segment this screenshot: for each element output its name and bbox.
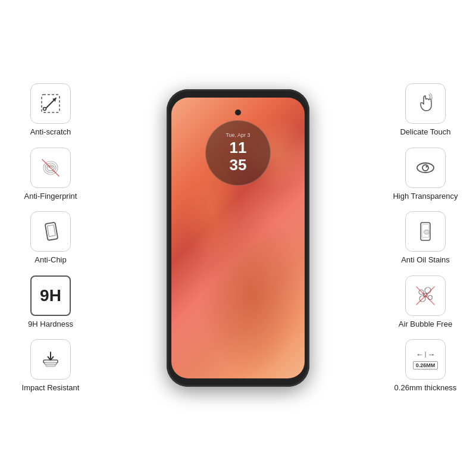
svg-rect-5: [45, 223, 58, 241]
svg-rect-9: [46, 364, 55, 367]
svg-line-4: [42, 159, 59, 176]
impact-icon-box: [30, 339, 71, 380]
delicate-touch-icon-box: [405, 83, 446, 124]
hardness-label: 9H Hardness: [28, 320, 73, 329]
delicate-touch-label: Delicate Touch: [400, 127, 450, 137]
anti-scratch-label: Anti-scratch: [30, 127, 71, 137]
hardness-icon-box: 9H: [30, 275, 71, 316]
left-features-panel: Anti-scratch Anti-Fingerprint: [12, 83, 89, 393]
feature-air-bubble-free: Air Bubble Free: [387, 275, 464, 329]
anti-oil-label: Anti Oil Stains: [401, 255, 450, 265]
feature-impact-resistant: Impact Resistant: [12, 339, 89, 393]
feature-thickness: ← | → 0.26MM 0.26mm thickness: [387, 339, 464, 393]
thickness-icon-box: ← | → 0.26MM: [405, 339, 446, 380]
anti-chip-icon-box: [30, 211, 71, 252]
feature-anti-scratch: Anti-scratch: [12, 83, 89, 137]
impact-resistant-label: Impact Resistant: [22, 383, 80, 393]
thickness-value-label: 0.26MM: [413, 361, 439, 369]
thickness-arrows: ← | →: [416, 350, 436, 359]
feature-anti-chip: Anti-Chip: [12, 211, 89, 265]
impact-icon: [39, 348, 62, 371]
feature-high-transparency: High Transparency: [387, 148, 464, 201]
chip-icon: [39, 220, 62, 243]
svg-point-12: [422, 165, 428, 171]
anti-chip-label: Anti-Chip: [35, 255, 66, 265]
svg-point-3: [43, 108, 46, 111]
feature-anti-fingerprint: Anti-Fingerprint: [12, 148, 89, 201]
air-bubble-label: Air Bubble Free: [399, 320, 452, 329]
touch-icon: [414, 92, 437, 115]
fingerprint-icon: [39, 156, 62, 179]
svg-rect-6: [47, 225, 55, 237]
anti-fingerprint-icon-box: [30, 148, 71, 188]
thickness-label: 0.26mm thickness: [394, 383, 457, 393]
glass-overlay: [167, 89, 309, 387]
svg-point-13: [426, 165, 428, 167]
bubble-icon: [414, 284, 437, 307]
air-bubble-icon-box: [405, 275, 446, 316]
right-features-panel: Delicate Touch High Transparency: [387, 83, 464, 393]
hardness-text: 9H: [40, 286, 61, 305]
high-transparency-label: High Transparency: [393, 192, 458, 201]
feature-anti-oil-stains: Anti Oil Stains: [387, 211, 464, 265]
eye-icon: [414, 156, 437, 179]
feature-delicate-touch: Delicate Touch: [387, 83, 464, 137]
anti-fingerprint-label: Anti-Fingerprint: [24, 192, 77, 201]
anti-scratch-icon-box: [30, 83, 71, 124]
svg-point-18: [425, 287, 431, 293]
scratch-icon: [39, 92, 62, 115]
svg-point-16: [424, 230, 430, 234]
anti-oil-icon-box: [405, 211, 446, 252]
oil-stain-icon: [414, 220, 437, 243]
feature-9h-hardness: 9H 9H Hardness: [12, 275, 89, 329]
main-container: Anti-scratch Anti-Fingerprint: [0, 0, 476, 476]
phone-wrapper: Tue, Apr 3 11 35: [167, 89, 309, 387]
high-transparency-icon-box: [405, 148, 446, 188]
phone-device: Tue, Apr 3 11 35: [167, 89, 309, 387]
